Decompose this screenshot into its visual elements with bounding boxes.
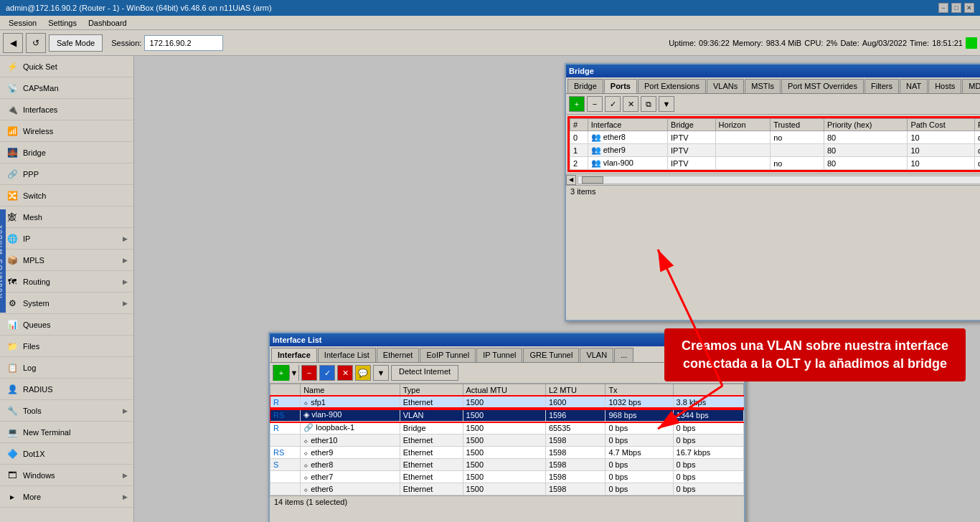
bridge-tab-ports[interactable]: Ports [604, 79, 637, 93]
bridge-table-row[interactable]: 1👥 ether9IPTV8010designated port [570, 144, 981, 157]
ilist-tab----[interactable]: ... [614, 348, 633, 362]
ilist-cell-0-1: ⬦ sfp1 [301, 397, 400, 409]
connection-status-indicator [966, 37, 977, 49]
sidebar-label-quick-set: Quick Set [23, 62, 128, 71]
refresh-button[interactable]: ↺ [26, 33, 46, 53]
bridge-window-title: Bridge [569, 67, 594, 75]
ilist-tab-interface-list[interactable]: Interface List [318, 348, 376, 362]
bridge-table-row[interactable]: 0👥 ether8IPTVno8010disabled port [570, 131, 981, 144]
bridge-tab-bridge[interactable]: Bridge [567, 79, 603, 93]
minimize-button[interactable]: − [938, 3, 948, 13]
sidebar-item-tools[interactable]: 🔧Tools▶ [0, 400, 133, 422]
bridge-scroll-track[interactable] [578, 176, 980, 184]
bridge-add-btn[interactable]: + [569, 96, 585, 112]
sidebar-icon-system: ⚙ [6, 297, 19, 310]
bridge-scroll-thumb[interactable] [582, 176, 603, 184]
interface-list-table: NameTypeActual MTUL2 MTUTx R⬦ sfp1Ethern… [270, 384, 744, 495]
bridge-col-interface: Interface [588, 119, 667, 131]
ilist-x-btn[interactable]: ✕ [337, 365, 353, 381]
interface-list-table-row[interactable]: RS◈ vlan-900VLAN15001596968 bps1344 bps [270, 409, 744, 422]
interface-list-table-row[interactable]: R⬦ sfp1Ethernet150016001032 bps3.8 kbps [270, 397, 744, 409]
ilist-col-tx: Tx [606, 384, 673, 397]
ilist-tab-gre-tunnel[interactable]: GRE Tunnel [523, 348, 579, 362]
sidebar-item-ppp[interactable]: 🔗PPP [0, 163, 133, 185]
bridge-window-titlebar[interactable]: Bridge _ □ ✕ [566, 65, 980, 77]
detect-internet-btn[interactable]: Detect Internet [391, 365, 458, 381]
back-button[interactable]: ◀ [3, 33, 23, 53]
sidebar-item-ip[interactable]: 🌐IP▶ [0, 228, 133, 250]
ilist-cell-5-6: 0 bps [673, 459, 743, 471]
bridge-copy-btn[interactable]: ⧉ [641, 96, 656, 112]
menu-session[interactable]: Session [3, 17, 42, 29]
interface-list-table-row[interactable]: S⬦ ether8Ethernet150015980 bps0 bps [270, 459, 744, 471]
bridge-filter-btn[interactable]: ▼ [659, 96, 674, 112]
ilist-cell-7-2: Ethernet [400, 483, 463, 495]
sidebar-item-radius[interactable]: 👤RADIUS [0, 379, 133, 400]
bridge-table: #InterfaceBridgeHorizonTrustedPriority (… [570, 118, 980, 170]
sidebar-item-bridge[interactable]: 🌉Bridge [0, 142, 133, 163]
sidebar-label-files: Files [23, 342, 128, 351]
sidebar-item-wireless[interactable]: 📶Wireless [0, 120, 133, 142]
close-button[interactable]: ✕ [964, 3, 974, 13]
bridge-remove-btn[interactable]: − [587, 96, 603, 112]
interface-list-table-row[interactable]: ⬦ ether7Ethernet150015980 bps0 bps [270, 471, 744, 483]
bridge-check-btn[interactable]: ✓ [605, 96, 621, 112]
ilist-cell-3-3: 1500 [463, 435, 545, 447]
bridge-col-priority--hex-: Priority (hex) [824, 119, 908, 131]
maximize-button[interactable]: □ [951, 3, 961, 13]
sidebar-item-system[interactable]: ⚙System▶ [0, 293, 133, 314]
ilist-add-btn[interactable]: + [273, 365, 289, 381]
sidebar-item-log[interactable]: 📋Log [0, 357, 133, 379]
menu-bar: Session Settings Dashboard [0, 16, 980, 30]
ilist-filter-btn[interactable]: ▼ [373, 365, 389, 381]
bridge-x-btn[interactable]: ✕ [623, 96, 639, 112]
sidebar-item-windows[interactable]: 🗔Windows▶ [0, 465, 133, 486]
menu-settings[interactable]: Settings [42, 17, 83, 29]
title-bar-controls[interactable]: − □ ✕ [938, 3, 974, 13]
session-input[interactable] [144, 35, 223, 51]
bridge-tab-port-extensions[interactable]: Port Extensions [638, 79, 706, 93]
bridge-tab-mdb[interactable]: MDB [962, 79, 980, 93]
sidebar-item-files[interactable]: 📁Files [0, 336, 133, 357]
sidebar-item-more[interactable]: ▸More▶ [0, 486, 133, 508]
ilist-tab-ethernet[interactable]: Ethernet [377, 348, 420, 362]
bridge-tab-hosts[interactable]: Hosts [928, 79, 961, 93]
sidebar-item-queues[interactable]: 📊Queues [0, 314, 133, 336]
safe-mode-button[interactable]: Safe Mode [49, 34, 103, 52]
bridge-table-row[interactable]: 2👥 vlan-900IPTVno8010designated port [570, 157, 981, 170]
ilist-check-btn[interactable]: ✓ [319, 365, 335, 381]
sidebar-item-interfaces[interactable]: 🔌Interfaces [0, 99, 133, 120]
sidebar-item-mpls[interactable]: 📦MPLS▶ [0, 250, 133, 271]
bridge-tab-port-mst-overrides[interactable]: Port MST Overrides [781, 79, 864, 93]
ilist-comment-btn[interactable]: 💬 [355, 365, 371, 381]
ilist-add-arrow-btn[interactable]: ▼ [290, 365, 298, 381]
sidebar-item-dot1x[interactable]: 🔷Dot1X [0, 443, 133, 465]
bridge-tab-filters[interactable]: Filters [864, 79, 899, 93]
routeros-winbox-label: RouterOS WinBox [0, 209, 6, 313]
interface-list-table-row[interactable]: R🔗 loopback-1Bridge1500655350 bps0 bps [270, 422, 744, 435]
ilist-tab-eoip-tunnel[interactable]: EoIP Tunnel [420, 348, 476, 362]
ilist-tab-vlan[interactable]: VLAN [580, 348, 613, 362]
sidebar-item-capsman[interactable]: 📡CAPsMan [0, 77, 133, 99]
bridge-scroll-left[interactable]: ◀ [566, 175, 576, 185]
interface-list-table-row[interactable]: ⬦ ether10Ethernet150015980 bps0 bps [270, 435, 744, 447]
ilist-tab-interface[interactable]: Interface [271, 348, 317, 362]
bridge-tab-mstis[interactable]: MSTIs [745, 79, 781, 93]
bridge-tab-vlans[interactable]: VLANs [707, 79, 744, 93]
ilist-tab-ip-tunnel[interactable]: IP Tunnel [476, 348, 522, 362]
sidebar-item-routing[interactable]: 🗺Routing▶ [0, 271, 133, 293]
sidebar-item-new-terminal[interactable]: 💻New Terminal [0, 422, 133, 443]
ilist-cell-7-1: ⬦ ether6 [301, 483, 400, 495]
bridge-tab-nat[interactable]: NAT [900, 79, 928, 93]
bridge-cell-2-7: designated port [974, 157, 980, 170]
interface-list-table-row[interactable]: RS⬦ ether9Ethernet150015984.7 Mbps16.7 k… [270, 447, 744, 459]
menu-dashboard[interactable]: Dashboard [83, 17, 133, 29]
sidebar-item-mesh[interactable]: 🕸Mesh [0, 207, 133, 228]
sidebar-item-switch[interactable]: 🔀Switch [0, 185, 133, 207]
interface-list-table-row[interactable]: ⬦ ether6Ethernet150015980 bps0 bps [270, 483, 744, 495]
bridge-scrollbar[interactable]: ◀ ▶ [566, 174, 980, 185]
bridge-cell-1-7: designated port [974, 144, 980, 157]
sidebar-item-quick-set[interactable]: ⚡Quick Set [0, 56, 133, 77]
ilist-cell-4-0: RS [270, 447, 301, 459]
ilist-remove-btn[interactable]: − [301, 365, 317, 381]
